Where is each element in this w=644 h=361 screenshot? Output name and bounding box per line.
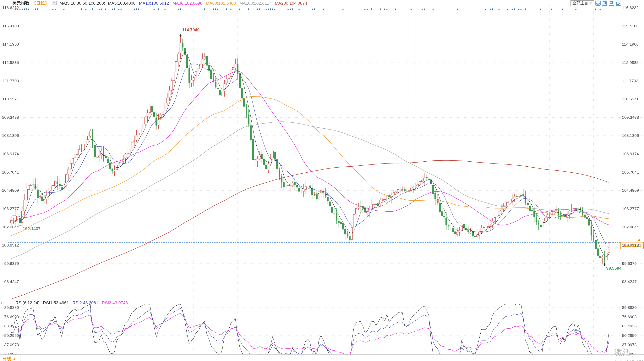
y-axis-label: 110.5571 bbox=[622, 97, 643, 101]
y-axis-label: 116.6232 bbox=[622, 6, 643, 10]
main-legend: 美元指数 【日线】 MA(5,10,30,60,100,200) MA5:100… bbox=[12, 1, 307, 6]
tab-daily-period[interactable]: 日线 ▲ bbox=[2, 356, 16, 361]
y-axis-label: 63.4926 bbox=[0, 324, 19, 328]
y-axis-label: 76.6903 bbox=[622, 314, 643, 319]
rsi-legend: RSI(6,12,24) RSI1:53.4961RSI2:43.3081RSI… bbox=[16, 300, 128, 305]
y-axis-label: 103.2777 bbox=[0, 206, 19, 211]
legend-rsi-item: RSI1:53.4961 bbox=[43, 300, 69, 305]
peak-price-annotation: 114.7940 bbox=[182, 28, 200, 33]
y-axis-label: 99.6379 bbox=[622, 261, 643, 266]
rsi-values: RSI1:53.4961RSI2:43.3081RSI3:43.0743 bbox=[43, 300, 128, 305]
y-axis-label: 102.0644 bbox=[622, 225, 643, 229]
y-axis-label: 37.0973 bbox=[0, 342, 19, 347]
legend-rsi-item: RSI3:43.0743 bbox=[102, 300, 128, 305]
candle-pane-icon[interactable] bbox=[602, 1, 607, 6]
chart-app: 美元指数 【日线】 MA(5,10,30,60,100,200) MA5:100… bbox=[0, 0, 644, 361]
watermark-line2: 转到“设置”以激活 bbox=[614, 358, 644, 361]
y-axis-label: 106.9174 bbox=[0, 152, 19, 156]
y-axis-label: 111.7703 bbox=[622, 79, 643, 83]
y-axis-label: 104.4909 bbox=[0, 188, 19, 193]
y-axis-label: 108.1306 bbox=[622, 133, 643, 138]
y-axis-label: 116.6232 bbox=[0, 6, 19, 10]
legend-ma-item: MA100:102.6117 bbox=[239, 1, 271, 6]
chart-toolbar: 全部主题 ▼ bbox=[570, 1, 621, 6]
start-low-annotation: 102.1437 bbox=[23, 226, 40, 231]
y-axis-label: 115.4100 bbox=[622, 24, 643, 28]
y-axis-label: 89.8880 bbox=[0, 305, 19, 310]
y-axis-label: 50.2950 bbox=[622, 333, 643, 338]
legend-rsi-item: RSI2:43.3081 bbox=[72, 300, 98, 305]
theme-dropdown-label: 全部主题 bbox=[572, 1, 588, 6]
y-axis-label: 112.9835 bbox=[0, 60, 19, 65]
y-axis-label: 109.3438 bbox=[622, 115, 643, 120]
y-axis-label: 108.1306 bbox=[0, 133, 19, 138]
y-axis-label: 105.7041 bbox=[622, 170, 643, 175]
chevron-down-icon: ▼ bbox=[590, 2, 592, 5]
legend-ma-item: MA200:104.0674 bbox=[275, 1, 307, 6]
legend-ma-item: MA5:100.4008 bbox=[108, 1, 136, 6]
y-axis-label: 98.4247 bbox=[0, 279, 19, 284]
export-pane-icon[interactable] bbox=[616, 1, 621, 6]
y-axis-label: 98.4247 bbox=[622, 279, 643, 284]
y-axis-label: 100.8512 bbox=[0, 243, 19, 247]
rsi-group-label: RSI(6,12,24) bbox=[16, 300, 40, 305]
theme-dropdown[interactable]: 全部主题 ▼ bbox=[570, 1, 594, 6]
bottom-tab-bar bbox=[0, 354, 644, 361]
legend-ma-item: MA30:102.0696 bbox=[172, 1, 202, 6]
price-chart-canvas[interactable] bbox=[0, 0, 644, 361]
y-axis-label: 114.1968 bbox=[0, 42, 19, 47]
legend-ma-item: MA60:102.5403 bbox=[206, 1, 236, 6]
y-axis-label: 37.0973 bbox=[622, 342, 643, 347]
tab-daily-label: 日线 bbox=[2, 356, 11, 361]
y-axis-label: 106.9174 bbox=[622, 152, 643, 156]
y-axis-label: 111.7703 bbox=[0, 79, 19, 83]
y-axis-label: 115.4100 bbox=[0, 24, 19, 28]
legend-ma-item: MA10:100.5912 bbox=[139, 1, 169, 6]
y-axis-label: 112.9835 bbox=[622, 60, 643, 65]
price-up-arrow-icon: ▲ bbox=[637, 237, 641, 242]
activation-watermark: 激活 转到“设置”以激活 bbox=[614, 348, 644, 361]
y-axis-label: 103.2777 bbox=[622, 206, 643, 211]
move-icon[interactable] bbox=[596, 1, 600, 6]
y-axis-label: 104.4909 bbox=[622, 188, 643, 193]
y-axis-label: 110.5571 bbox=[0, 97, 19, 101]
period-tag: 【日线】 bbox=[32, 1, 49, 6]
y-axis-label: 89.8880 bbox=[622, 305, 643, 310]
y-axis-label: 102.0644 bbox=[0, 225, 19, 229]
bottom-bar-divider bbox=[20, 354, 20, 361]
y-axis-label: 76.6903 bbox=[0, 314, 19, 319]
split-pane-icon[interactable] bbox=[609, 1, 614, 6]
trough-price-annotation: 99.5504 bbox=[606, 266, 622, 271]
y-axis-label: 50.2950 bbox=[0, 333, 19, 338]
y-axis-label: 109.3438 bbox=[0, 115, 19, 120]
ma-values: MA5:100.4008MA10:100.5912MA30:102.0696MA… bbox=[108, 1, 307, 6]
mini-chart-icon[interactable] bbox=[52, 1, 57, 6]
y-axis-label: 114.1968 bbox=[622, 42, 643, 47]
y-axis-label: 63.4926 bbox=[622, 324, 643, 328]
y-axis-label: 100.8512 bbox=[622, 243, 643, 247]
indicator-settings-icon[interactable]: ✳ bbox=[0, 301, 3, 305]
watermark-line1: 激活 bbox=[614, 348, 630, 357]
y-axis-label: 99.6379 bbox=[0, 261, 19, 266]
y-axis-label: 105.7041 bbox=[0, 170, 19, 175]
ma-group-label: MA(5,10,30,60,100,200) bbox=[60, 1, 105, 6]
triangle-up-icon: ▲ bbox=[13, 357, 16, 361]
